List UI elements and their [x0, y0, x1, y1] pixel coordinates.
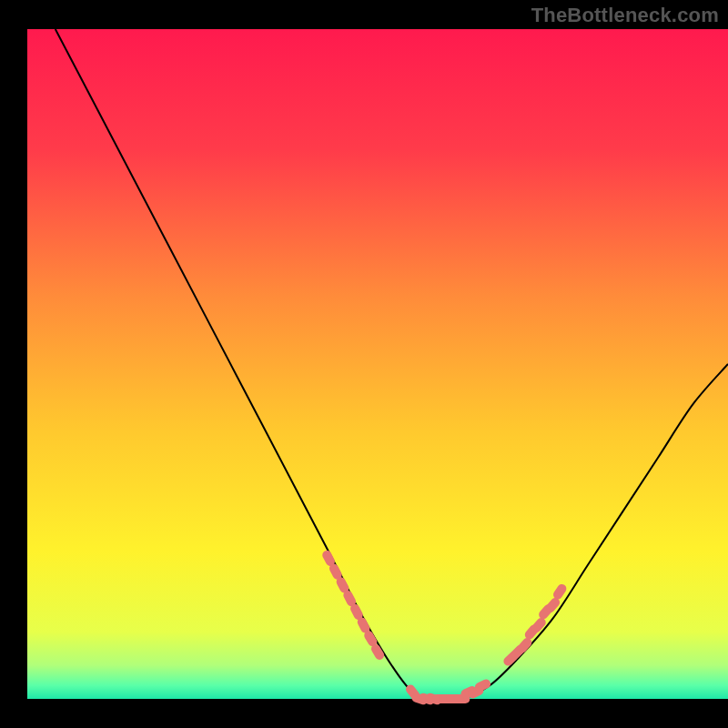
chart-svg	[0, 0, 728, 728]
watermark-text: TheBottleneck.com	[531, 4, 719, 27]
chart-container: TheBottleneck.com	[0, 0, 728, 728]
plot-background	[27, 29, 728, 699]
